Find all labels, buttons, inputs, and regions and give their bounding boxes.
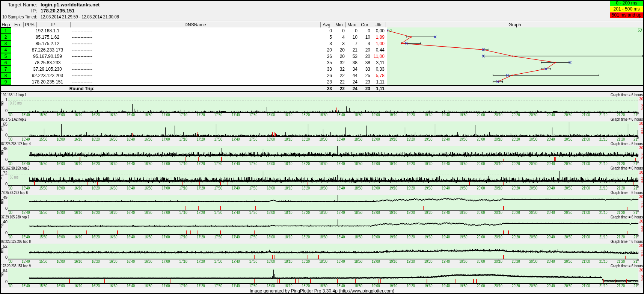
svg-text:20:30: 20:30: [529, 137, 538, 141]
svg-text:16:30: 16:30: [109, 235, 118, 239]
svg-text:16:40: 16:40: [127, 161, 135, 165]
svg-text:21:00: 21:00: [582, 186, 590, 190]
svg-text:ms: ms: [0, 126, 4, 130]
svg-text:PL%: PL%: [640, 202, 644, 208]
svg-text:18:20: 18:20: [302, 210, 310, 214]
svg-text:18:40: 18:40: [337, 259, 345, 263]
svg-text:20:20: 20:20: [512, 186, 520, 190]
svg-text:21:10: 21:10: [599, 186, 608, 190]
svg-text:20:20: 20:20: [512, 112, 520, 117]
svg-text:0: 0: [5, 255, 8, 259]
svg-text:19:10: 19:10: [389, 161, 398, 165]
svg-text:20:30: 20:30: [529, 259, 538, 263]
svg-text:20:20: 20:20: [512, 235, 520, 239]
svg-text:17:00: 17:00: [162, 137, 170, 141]
svg-text:17:00: 17:00: [162, 235, 170, 239]
svg-text:16:10: 16:10: [74, 137, 83, 141]
svg-text:18:30: 18:30: [319, 137, 327, 141]
svg-text:16:20: 16:20: [92, 161, 100, 165]
svg-text:21:10: 21:10: [599, 259, 608, 263]
svg-text:16:40: 16:40: [127, 259, 135, 263]
svg-text:19:20: 19:20: [407, 161, 415, 165]
svg-text:ms: ms: [0, 199, 4, 204]
svg-text:30: 30: [639, 121, 643, 126]
svg-text:17:10: 17:10: [179, 210, 187, 214]
svg-text:17:00: 17:00: [162, 210, 170, 214]
svg-text:17:50: 17:50: [249, 283, 258, 288]
svg-text:20:10: 20:10: [494, 112, 502, 117]
svg-text:20:10: 20:10: [494, 235, 502, 239]
svg-text:20:40: 20:40: [547, 283, 555, 288]
svg-text:16:00: 16:00: [57, 259, 65, 263]
svg-text:52: 52: [3, 244, 8, 249]
svg-text:21:10: 21:10: [599, 283, 608, 288]
svg-text:20:40: 20:40: [547, 210, 555, 214]
svg-text:ms: ms: [0, 101, 4, 106]
svg-text:49: 49: [3, 195, 8, 200]
svg-text:20:10: 20:10: [494, 210, 502, 214]
svg-text:21:10: 21:10: [599, 210, 608, 214]
svg-text:18:00: 18:00: [267, 210, 275, 214]
svg-text:21:: 21:: [633, 137, 638, 141]
svg-text:16:00: 16:00: [57, 235, 65, 239]
svg-text:20:00: 20:00: [477, 210, 485, 214]
svg-text:19:00: 19:00: [372, 161, 380, 165]
svg-text:17:30: 17:30: [214, 235, 223, 239]
svg-text:15:50: 15:50: [39, 112, 47, 117]
svg-text:20:20: 20:20: [512, 137, 520, 141]
svg-text:16:50: 16:50: [144, 283, 152, 288]
svg-text:30: 30: [9, 235, 12, 239]
svg-text:21:00: 21:00: [582, 161, 590, 165]
svg-text:17:40: 17:40: [232, 235, 240, 239]
svg-text:19:40: 19:40: [442, 112, 450, 117]
svg-text:0: 0: [389, 29, 392, 33]
svg-text:21:00: 21:00: [582, 259, 590, 263]
svg-text:17:30: 17:30: [214, 210, 223, 214]
svg-text:16:50: 16:50: [144, 210, 152, 214]
svg-text:15:50: 15:50: [39, 137, 47, 141]
svg-text:17:20: 17:20: [197, 210, 205, 214]
svg-text:19:20: 19:20: [407, 186, 415, 190]
svg-text:19:50: 19:50: [459, 283, 468, 288]
svg-text:20:30: 20:30: [529, 161, 538, 165]
svg-text:1: 1: [5, 97, 8, 102]
svg-text:16:50: 16:50: [144, 161, 152, 165]
svg-text:17:10: 17:10: [179, 283, 187, 288]
svg-text:20:00: 20:00: [477, 235, 485, 239]
svg-text:17:20: 17:20: [197, 235, 205, 239]
svg-text:19:20: 19:20: [407, 259, 415, 263]
svg-text:17:50: 17:50: [249, 210, 258, 214]
svg-text:17:50: 17:50: [249, 112, 258, 117]
svg-text:15:40: 15:40: [22, 137, 30, 141]
svg-text:17:20: 17:20: [197, 283, 205, 288]
svg-text:17:10: 17:10: [179, 259, 187, 263]
svg-text:15:50: 15:50: [39, 235, 47, 239]
svg-text:20:00: 20:00: [477, 161, 485, 165]
svg-text:16:00: 16:00: [57, 210, 65, 214]
svg-text:16:00: 16:00: [57, 186, 65, 190]
svg-text:19:50: 19:50: [459, 259, 468, 263]
svg-text:17:50: 17:50: [249, 161, 258, 165]
svg-text:0: 0: [5, 206, 8, 211]
svg-text:19:40: 19:40: [442, 235, 450, 239]
svg-text:20:10: 20:10: [494, 137, 502, 141]
svg-text:PL%: PL%: [640, 177, 644, 183]
svg-text:18:50: 18:50: [354, 137, 362, 141]
svg-text:18:10: 18:10: [284, 137, 293, 141]
svg-text:19:30: 19:30: [424, 112, 433, 117]
svg-text:20:40: 20:40: [547, 259, 555, 263]
svg-text:15:50: 15:50: [39, 161, 47, 165]
svg-text:16:00: 16:00: [57, 112, 65, 117]
svg-text:17:00: 17:00: [162, 161, 170, 165]
svg-text:30: 30: [9, 210, 12, 214]
svg-text:16:10: 16:10: [74, 259, 83, 263]
svg-text:40: 40: [3, 220, 8, 224]
svg-text:18:10: 18:10: [284, 161, 293, 165]
svg-text:17:10: 17:10: [179, 186, 187, 190]
svg-text:21:10: 21:10: [599, 235, 608, 239]
svg-text:18:20: 18:20: [302, 186, 310, 190]
svg-text:17:30: 17:30: [214, 283, 223, 288]
svg-text:19:30: 19:30: [424, 283, 433, 288]
svg-text:18:00: 18:00: [267, 112, 275, 117]
svg-text:18:10: 18:10: [284, 235, 293, 239]
